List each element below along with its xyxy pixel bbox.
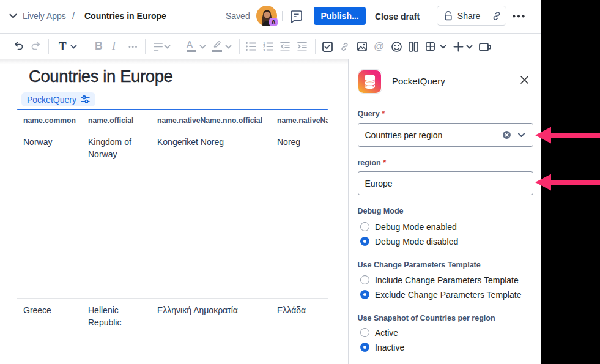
svg-text:3: 3	[263, 48, 265, 52]
